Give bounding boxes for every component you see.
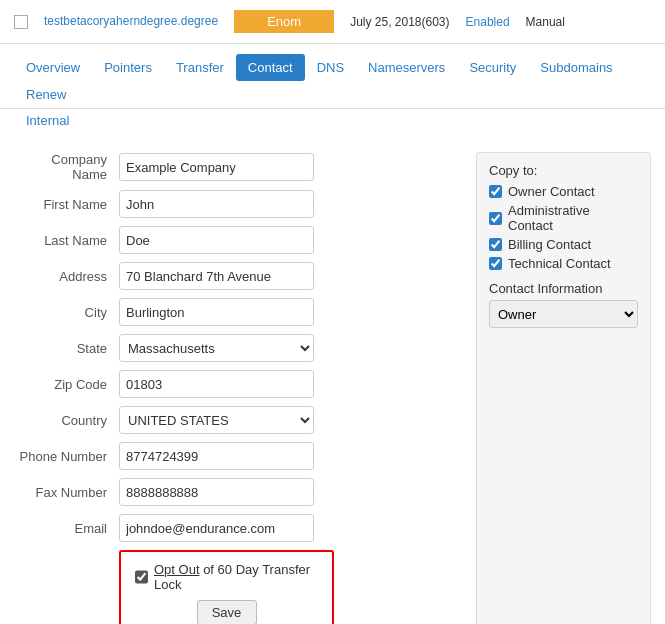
copy-admin-checkbox[interactable] — [489, 212, 502, 225]
main-content: Company Name First Name Last Name Addres… — [0, 136, 665, 624]
first-name-label: First Name — [14, 197, 119, 212]
tab-pointers[interactable]: Pointers — [92, 54, 164, 81]
company-name-label: Company Name — [14, 152, 119, 182]
city-label: City — [14, 305, 119, 320]
copy-owner-label: Owner Contact — [508, 184, 595, 199]
zip-label: Zip Code — [14, 377, 119, 392]
copy-item-technical: Technical Contact — [489, 256, 638, 271]
city-input[interactable] — [119, 298, 314, 326]
copy-billing-label: Billing Contact — [508, 237, 591, 252]
form-row-email: Email — [14, 514, 466, 542]
copy-technical-checkbox[interactable] — [489, 257, 502, 270]
tab-transfer[interactable]: Transfer — [164, 54, 236, 81]
form-section: Company Name First Name Last Name Addres… — [14, 152, 466, 624]
domain-date: July 25, 2018(603) — [350, 15, 449, 29]
last-name-input[interactable] — [119, 226, 314, 254]
fax-input[interactable] — [119, 478, 314, 506]
domain-row: testbetacoryaherndegree.degree Enom July… — [0, 0, 665, 44]
domain-name[interactable]: testbetacoryaherndegree.degree — [44, 13, 218, 30]
domain-status: Enabled — [466, 15, 510, 29]
form-row-city: City — [14, 298, 466, 326]
contact-info-select[interactable]: Owner Administrative Billing Technical — [489, 300, 638, 328]
tab-security[interactable]: Security — [457, 54, 528, 81]
copy-technical-label: Technical Contact — [508, 256, 611, 271]
save-button[interactable]: Save — [197, 600, 257, 624]
domain-registrar: Enom — [234, 10, 334, 33]
tab-nameservers[interactable]: Nameservers — [356, 54, 457, 81]
tab-contact[interactable]: Contact — [236, 54, 305, 81]
form-row-state: State Massachusetts — [14, 334, 466, 362]
tab-overview[interactable]: Overview — [14, 54, 92, 81]
address-label: Address — [14, 269, 119, 284]
zip-input[interactable] — [119, 370, 314, 398]
copy-billing-checkbox[interactable] — [489, 238, 502, 251]
state-select[interactable]: Massachusetts — [119, 334, 314, 362]
copy-item-admin: Administrative Contact — [489, 203, 638, 233]
tab-dns[interactable]: DNS — [305, 54, 356, 81]
country-select[interactable]: UNITED STATES — [119, 406, 314, 434]
state-label: State — [14, 341, 119, 356]
form-row-fax: Fax Number — [14, 478, 466, 506]
opt-out-text: Opt Out — [154, 562, 200, 577]
company-name-input[interactable] — [119, 153, 314, 181]
tab-internal[interactable]: Internal — [14, 109, 81, 132]
form-row-address: Address — [14, 262, 466, 290]
opt-save-section: Opt Out of 60 Day Transfer Lock Save — [119, 550, 334, 624]
form-row-company: Company Name — [14, 152, 466, 182]
tab-renew[interactable]: Renew — [14, 81, 78, 108]
contact-info-title: Contact Information — [489, 281, 638, 296]
copy-admin-label: Administrative Contact — [508, 203, 638, 233]
tab-subdomains[interactable]: Subdomains — [528, 54, 624, 81]
country-label: Country — [14, 413, 119, 428]
opt-out-label: Opt Out of 60 Day Transfer Lock — [154, 562, 318, 592]
fax-label: Fax Number — [14, 485, 119, 500]
form-row-phone: Phone Number — [14, 442, 466, 470]
form-row-first-name: First Name — [14, 190, 466, 218]
domain-type: Manual — [526, 15, 565, 29]
address-input[interactable] — [119, 262, 314, 290]
form-row-country: Country UNITED STATES — [14, 406, 466, 434]
form-row-last-name: Last Name — [14, 226, 466, 254]
email-input[interactable] — [119, 514, 314, 542]
nav-tabs: Overview Pointers Transfer Contact DNS N… — [0, 44, 665, 109]
opt-out-checkbox[interactable] — [135, 570, 148, 584]
domain-checkbox[interactable] — [14, 15, 28, 29]
copy-item-owner: Owner Contact — [489, 184, 638, 199]
copy-title: Copy to: — [489, 163, 638, 178]
phone-input[interactable] — [119, 442, 314, 470]
nav-row2: Internal — [0, 109, 665, 136]
phone-label: Phone Number — [14, 449, 119, 464]
last-name-label: Last Name — [14, 233, 119, 248]
first-name-input[interactable] — [119, 190, 314, 218]
opt-out-row: Opt Out of 60 Day Transfer Lock — [135, 562, 318, 592]
copy-owner-checkbox[interactable] — [489, 185, 502, 198]
copy-item-billing: Billing Contact — [489, 237, 638, 252]
email-label: Email — [14, 521, 119, 536]
form-row-zip: Zip Code — [14, 370, 466, 398]
copy-panel: Copy to: Owner Contact Administrative Co… — [476, 152, 651, 624]
